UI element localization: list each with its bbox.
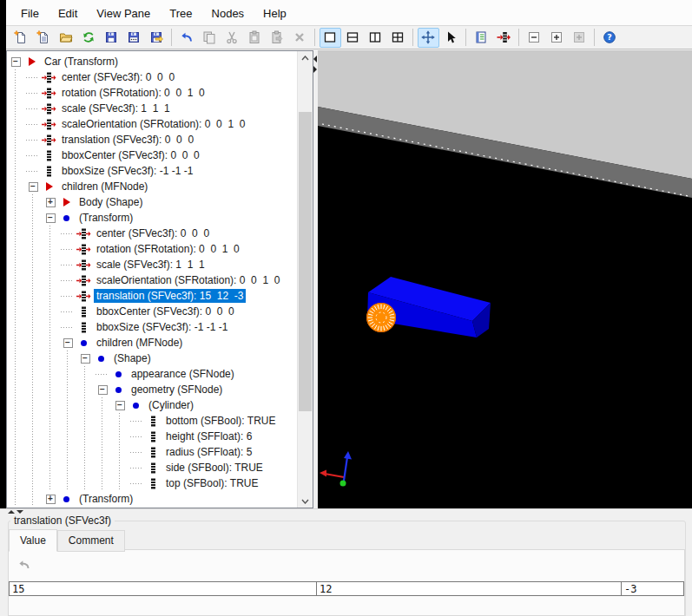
tree-label[interactable]: center (SFVec3f): 0 0 0 xyxy=(59,70,177,84)
move-tool-button[interactable] xyxy=(418,28,439,48)
tree-row[interactable]: appearance (SFNode) xyxy=(7,366,297,382)
tree-row[interactable]: bboxCenter (SFVec3f): 0 0 0 xyxy=(7,147,297,163)
tree-label[interactable]: radius (SFFloat): 5 xyxy=(163,445,254,459)
scrollbar-thumb[interactable] xyxy=(299,112,312,411)
tree-row[interactable]: −geometry (SFNode) xyxy=(7,382,297,397)
tree-scrollbar[interactable] xyxy=(297,51,313,508)
tree-row[interactable]: bboxCenter (SFVec3f): 0 0 0 xyxy=(7,304,297,319)
select-tool-button[interactable] xyxy=(440,28,462,48)
tab-comment[interactable]: Comment xyxy=(57,530,125,552)
menu-edit[interactable]: Edit xyxy=(49,3,87,25)
tree-row[interactable]: −(Cylinder) xyxy=(7,397,297,413)
tree-row[interactable]: side (SFBool): TRUE xyxy=(7,460,297,475)
tree-label[interactable]: top (SFBool): TRUE xyxy=(163,476,260,490)
help-button[interactable]: ? xyxy=(599,28,621,48)
tree-label[interactable]: center (SFVec3f): 0 0 0 xyxy=(94,226,212,240)
tree-row[interactable]: −children (MFNode) xyxy=(7,335,297,351)
tree-row[interactable]: −(Transform) xyxy=(7,210,297,226)
tree-row[interactable]: radius (SFFloat): 5 xyxy=(7,444,297,460)
tree-row[interactable]: scale (SFVec3f): 1 1 1 xyxy=(7,257,297,272)
menu-tree[interactable]: Tree xyxy=(160,3,201,25)
collapse-expander-icon[interactable]: − xyxy=(81,354,90,364)
tree-row[interactable]: bboxSize (SFVec3f): -1 -1 -1 xyxy=(7,319,297,335)
tree-row[interactable]: bboxSize (SFVec3f): -1 -1 -1 xyxy=(7,163,297,179)
tree-row[interactable]: translation (SFVec3f): 15 12 -3 xyxy=(7,288,297,304)
tree-label[interactable]: translation (SFVec3f): 0 0 0 xyxy=(59,133,196,147)
expand-item-button[interactable] xyxy=(546,28,568,48)
tree-label[interactable]: scale (SFVec3f): 1 1 1 xyxy=(59,102,173,115)
tree-row[interactable]: rotation (SFRotation): 0 0 1 0 xyxy=(7,85,297,101)
tree-label[interactable]: (Shape) xyxy=(111,351,154,365)
menu-nodes[interactable]: Nodes xyxy=(202,3,254,25)
tree-label[interactable]: (Cylinder) xyxy=(146,398,196,412)
tree-row[interactable]: −(Shape) xyxy=(7,351,297,366)
tree-row[interactable]: +(Transform) xyxy=(7,491,297,507)
tree-label[interactable]: translation (SFVec3f): 15 12 -3 xyxy=(94,289,246,303)
tree-label[interactable]: scale (SFVec3f): 1 1 1 xyxy=(94,258,208,272)
pane-grid-button[interactable] xyxy=(387,28,409,48)
scene-tree[interactable]: −Car (Transform)center (SFVec3f): 0 0 0r… xyxy=(7,51,297,508)
scrollbar-down-icon[interactable] xyxy=(298,495,312,508)
tree-label[interactable]: children (MFNode) xyxy=(94,336,185,350)
menu-help[interactable]: Help xyxy=(254,3,296,25)
splitter-collapse-right-icon[interactable] xyxy=(313,66,317,73)
3d-viewport[interactable] xyxy=(318,50,692,508)
tree-row[interactable]: +Body (Shape) xyxy=(7,194,297,210)
tree-label[interactable]: geometry (SFNode) xyxy=(129,383,225,396)
save-button[interactable] xyxy=(101,28,122,48)
pane-split-vertical-button[interactable] xyxy=(365,28,386,48)
expand-expander-icon[interactable]: + xyxy=(46,198,56,207)
collapse-expander-icon[interactable]: − xyxy=(98,385,108,395)
tree-label[interactable]: (Transform) xyxy=(76,211,135,225)
tree-row[interactable]: bottom (SFBool): TRUE xyxy=(7,413,297,429)
tree-row[interactable]: translation (SFVec3f): 0 0 0 xyxy=(7,132,297,147)
collapse-item-button[interactable] xyxy=(524,28,545,48)
tree-row[interactable]: scaleOrientation (SFRotation): 0 0 1 0 xyxy=(7,272,297,288)
value-y-field[interactable]: 12 xyxy=(316,581,622,596)
tree-row[interactable]: center (SFVec3f): 0 0 0 xyxy=(7,226,297,241)
route-view-button[interactable] xyxy=(493,28,515,48)
tree-label[interactable]: side (SFBool): TRUE xyxy=(163,461,266,475)
wheel-cylinder[interactable] xyxy=(366,303,396,332)
tree-label[interactable]: Body (Shape) xyxy=(76,195,145,209)
field-undo-button[interactable] xyxy=(16,555,33,573)
tree-label[interactable]: (Transform) xyxy=(76,492,135,506)
tree-label[interactable]: bottom (SFBool): TRUE xyxy=(163,414,278,428)
menu-view-pane[interactable]: View Pane xyxy=(87,3,160,25)
splitter-collapse-up-icon[interactable] xyxy=(8,510,15,514)
collapse-expander-icon[interactable]: − xyxy=(29,182,38,192)
new-from-template-button[interactable] xyxy=(33,28,55,48)
tree-label[interactable]: rotation (SFRotation): 0 0 1 0 xyxy=(59,86,208,100)
save-all-button[interactable] xyxy=(123,28,145,48)
tab-value[interactable]: Value xyxy=(9,529,57,552)
collapse-expander-icon[interactable]: − xyxy=(63,338,73,348)
reload-button[interactable] xyxy=(78,28,100,48)
tree-label[interactable]: height (SFFloat): 6 xyxy=(163,429,254,443)
pane-split-horizontal-button[interactable] xyxy=(342,28,364,48)
undo-button[interactable] xyxy=(176,28,198,48)
value-x-field[interactable]: 15 xyxy=(9,581,317,596)
tree-row[interactable]: −Car (Transform) xyxy=(7,54,297,69)
new-file-button[interactable] xyxy=(10,28,32,48)
tree-row[interactable]: scale (SFVec3f): 1 1 1 xyxy=(7,101,297,116)
tree-label[interactable]: bboxSize (SFVec3f): -1 -1 -1 xyxy=(94,320,230,334)
tree-row[interactable]: rotation (SFRotation): 0 0 1 0 xyxy=(7,241,297,257)
tree-label[interactable]: bboxCenter (SFVec3f): 0 0 0 xyxy=(59,148,202,162)
pane-single-button[interactable] xyxy=(320,28,341,48)
menu-file[interactable]: File xyxy=(11,3,49,25)
tree-label[interactable]: Car (Transform) xyxy=(42,55,121,69)
tree-row[interactable]: scaleOrientation (SFRotation): 0 0 1 0 xyxy=(7,116,297,132)
tree-label[interactable]: bboxCenter (SFVec3f): 0 0 0 xyxy=(94,305,237,318)
open-file-button[interactable] xyxy=(56,28,77,48)
tree-row[interactable]: top (SFBool): TRUE xyxy=(7,475,297,491)
tree-label[interactable]: scaleOrientation (SFRotation): 0 0 1 0 xyxy=(59,117,247,131)
collapse-expander-icon[interactable]: − xyxy=(115,401,125,410)
save-export-button[interactable] xyxy=(146,28,168,48)
field-list-view-button[interactable] xyxy=(471,28,492,48)
splitter-collapse-down-icon[interactable] xyxy=(16,510,23,514)
tree-row[interactable]: −children (MFNode) xyxy=(7,179,297,194)
tree-row[interactable]: center (SFVec3f): 0 0 0 xyxy=(7,69,297,85)
tree-label[interactable]: appearance (SFNode) xyxy=(129,367,237,381)
collapse-expander-icon[interactable]: − xyxy=(46,213,56,223)
collapse-expander-icon[interactable]: − xyxy=(11,57,21,67)
